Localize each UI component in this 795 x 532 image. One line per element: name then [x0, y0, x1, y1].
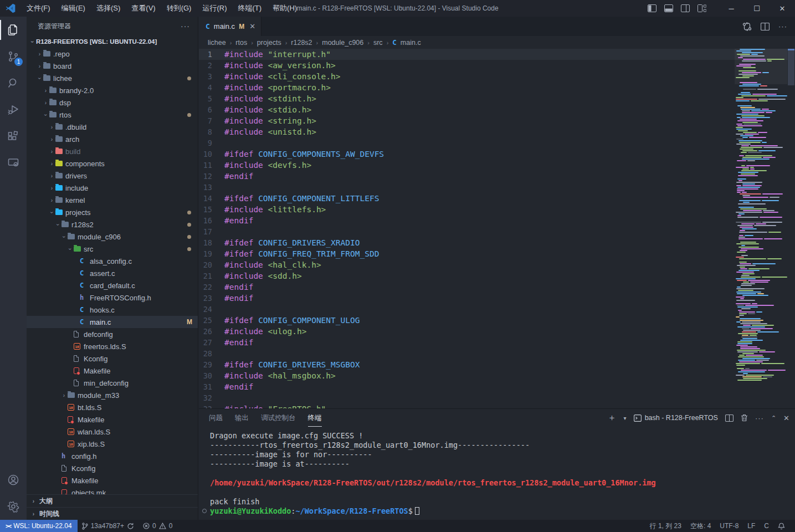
code-line-17[interactable]: 17 — [199, 226, 795, 237]
breadcrumb-item[interactable]: rtos — [235, 39, 247, 47]
tree-item-xip.lds.S[interactable]: 10xip.lds.S — [27, 438, 198, 450]
tree-item-include[interactable]: ›include — [27, 182, 198, 194]
code-line-28[interactable]: 28 — [199, 348, 795, 359]
tab-main-c[interactable]: C main.c M ✕ — [199, 17, 261, 36]
code-line-30[interactable]: 30#include <hal_msgbox.h> — [199, 370, 795, 381]
code-line-24[interactable]: 24 — [199, 304, 795, 315]
extensions-icon[interactable] — [0, 123, 27, 150]
remote-explorer-icon[interactable] — [0, 150, 27, 176]
tree-item-rtos[interactable]: ›rtos — [27, 109, 198, 121]
remote-indicator[interactable]: >< WSL: Ubuntu-22.04 — [0, 520, 78, 532]
tree-item-config.h[interactable]: hconfig.h — [27, 450, 198, 462]
tree-item-bt.lds.S[interactable]: 10bt.lds.S — [27, 401, 198, 413]
source-control-icon[interactable]: 1 — [0, 43, 27, 70]
panel-tab-问题[interactable]: 问题 — [209, 410, 223, 426]
tree-item-FreeRTOSConfig.h[interactable]: hFreeRTOSConfig.h — [27, 291, 198, 304]
tree-item-components[interactable]: ›components — [27, 157, 198, 170]
indentation[interactable]: 空格: 4 — [686, 520, 715, 532]
section-timeline[interactable]: ›时间线 — [27, 507, 198, 520]
panel-more-icon[interactable]: ··· — [755, 414, 764, 422]
code-line-12[interactable]: 12#endif — [199, 171, 795, 182]
tree-item-Makefile[interactable]: Makefile — [27, 474, 198, 487]
tree-item-Kconfig[interactable]: Kconfig — [27, 462, 198, 474]
tree-item-defconfig[interactable]: defconfig — [27, 328, 198, 340]
code-line-21[interactable]: 21#include <sdd.h> — [199, 270, 795, 282]
tree-item-Makefile[interactable]: Makefile — [27, 413, 198, 426]
explorer-more-actions-icon[interactable]: ··· — [181, 22, 190, 30]
panel-tab-输出[interactable]: 输出 — [235, 410, 249, 426]
tree-item-hooks.c[interactable]: Chooks.c — [27, 304, 198, 316]
tree-item-min_defconfig[interactable]: min_defconfig — [27, 377, 198, 389]
tree-item-dsp[interactable]: ›dsp — [27, 96, 198, 109]
tree-item-wlan.lds.S[interactable]: 10wlan.lds.S — [27, 426, 198, 438]
code-line-13[interactable]: 13 — [199, 182, 795, 193]
tree-item-kernel[interactable]: ›kernel — [27, 194, 198, 206]
terminal-instance[interactable]: bash - R128-FreeRTOS — [634, 414, 718, 422]
tree-item-.repo[interactable]: ›.repo — [27, 48, 198, 60]
code-editor[interactable]: 1#include "interrupt.h"2#include <aw_ver… — [199, 49, 795, 408]
tree-item-board[interactable]: ›board — [27, 60, 198, 72]
tree-item-card_default.c[interactable]: Ccard_default.c — [27, 279, 198, 291]
kill-terminal-icon[interactable] — [741, 414, 748, 422]
panel-tab-调试控制台[interactable]: 调试控制台 — [261, 410, 296, 426]
menu-g[interactable]: 转到(G) — [162, 1, 197, 16]
code-line-32[interactable]: 32 — [199, 392, 795, 403]
code-line-10[interactable]: 10#ifdef CONFIG_COMPONENTS_AW_DEVFS — [199, 149, 795, 160]
menu-r[interactable]: 运行(R) — [197, 1, 232, 16]
cursor-position[interactable]: 行 1, 列 23 — [645, 520, 686, 532]
code-line-25[interactable]: 25#ifdef CONFIG_COMPONENT_ULOG — [199, 315, 795, 326]
menu-t[interactable]: 终端(T) — [233, 1, 266, 16]
terminal-output[interactable]: Dragon execute image.cfg SUCCESS !------… — [199, 431, 795, 520]
menu-f[interactable]: 文件(F) — [22, 1, 55, 16]
git-branch-status[interactable]: 13a47b87+ — [78, 520, 139, 532]
tree-item-main.c[interactable]: Cmain.cM — [27, 316, 198, 328]
encoding[interactable]: UTF-8 — [715, 520, 743, 532]
split-terminal-icon[interactable] — [725, 415, 734, 422]
split-editor-icon[interactable] — [761, 23, 770, 30]
maximize-icon[interactable]: ☐ — [744, 0, 770, 17]
tree-item-r128s2[interactable]: ›r128s2 — [27, 218, 198, 231]
code-line-3[interactable]: 3#include <cli_console.h> — [199, 71, 795, 82]
new-terminal-icon[interactable]: ＋ — [608, 412, 617, 424]
account-icon[interactable] — [0, 467, 27, 493]
tree-item-drivers[interactable]: ›drivers — [27, 170, 198, 182]
code-line-15[interactable]: 15#include <littlefs.h> — [199, 204, 795, 215]
toggle-sidebar-icon[interactable] — [648, 4, 656, 12]
code-line-5[interactable]: 5#include <stdint.h> — [199, 93, 795, 104]
code-line-27[interactable]: 27#endif — [199, 337, 795, 348]
breadcrumb-item[interactable]: main.c — [401, 39, 421, 47]
code-line-20[interactable]: 20#include <hal_clk.h> — [199, 259, 795, 270]
editor-scrollbar[interactable] — [787, 49, 795, 408]
code-line-22[interactable]: 22#endif — [199, 282, 795, 293]
close-panel-icon[interactable]: ✕ — [783, 414, 789, 422]
notifications-bell[interactable] — [773, 520, 789, 532]
code-line-7[interactable]: 7#include <string.h> — [199, 115, 795, 126]
code-line-8[interactable]: 8#include <unistd.h> — [199, 126, 795, 137]
code-line-6[interactable]: 6#include <stdio.h> — [199, 104, 795, 115]
code-line-19[interactable]: 19#ifdef CONFIG_FREQ_TRIM_FROM_SDD — [199, 248, 795, 259]
code-line-2[interactable]: 2#include <aw_version.h> — [199, 60, 795, 71]
toggle-panel-icon[interactable] — [664, 4, 673, 12]
code-line-29[interactable]: 29#ifdef CONFIG_DRIVERS_MSGBOX — [199, 359, 795, 370]
section-outline[interactable]: ›大纲 — [27, 494, 198, 507]
tree-root[interactable]: › R128-FREERTOS [WSL: UBUNTU-22.04] — [27, 35, 198, 48]
maximize-panel-icon[interactable]: ⌃ — [771, 415, 776, 422]
tree-item-Makefile[interactable]: Makefile — [27, 365, 198, 377]
tree-item-arch[interactable]: ›arch — [27, 133, 198, 145]
tree-item-projects[interactable]: ›projects — [27, 206, 198, 218]
breadcrumb-item[interactable]: r128s2 — [291, 39, 312, 47]
code-line-26[interactable]: 26#include <ulog.h> — [199, 326, 795, 337]
more-actions-icon[interactable]: ··· — [778, 22, 787, 30]
open-changes-icon[interactable] — [742, 22, 752, 31]
minimize-icon[interactable]: ─ — [719, 0, 744, 17]
tree-item-Kconfig[interactable]: Kconfig — [27, 352, 198, 365]
explorer-icon[interactable] — [0, 17, 27, 43]
breadcrumb-item[interactable]: src — [373, 39, 383, 47]
breadcrumb-item[interactable]: projects — [257, 39, 281, 47]
tree-item-freertos.lds.S[interactable]: 10freertos.lds.S — [27, 340, 198, 352]
breadcrumb-item[interactable]: lichee — [208, 39, 226, 47]
code-line-18[interactable]: 18#ifdef CONFIG_DRIVERS_XRADIO — [199, 237, 795, 248]
tree-item-.dbuild[interactable]: ›.dbuild — [27, 121, 198, 133]
tree-item-module_c906[interactable]: ›module_c906 — [27, 231, 198, 243]
menu-v[interactable]: 查看(V) — [126, 1, 160, 16]
